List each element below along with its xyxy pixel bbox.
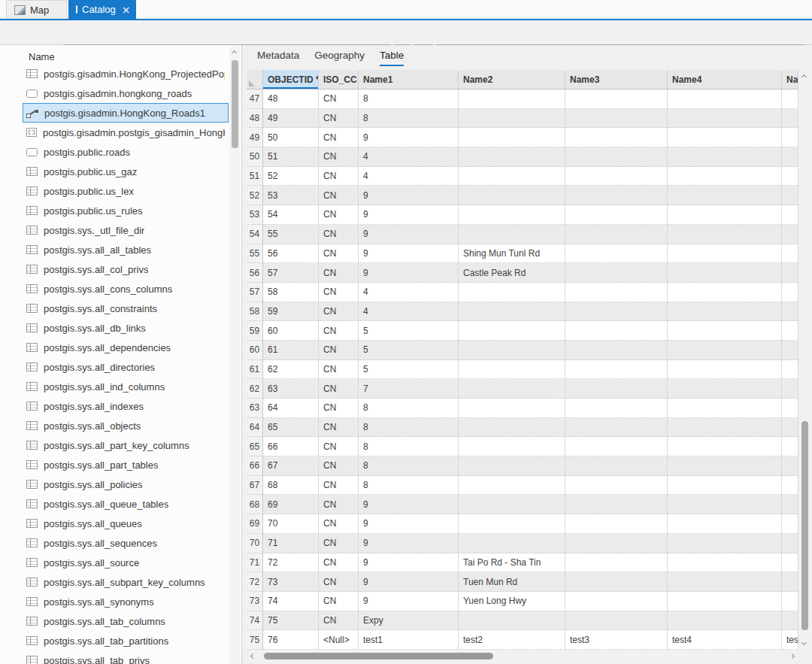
table-row[interactable]: 6465CN8	[247, 418, 798, 438]
table-cell[interactable]: 71	[263, 534, 319, 553]
table-cell[interactable]	[668, 128, 782, 147]
column-header[interactable]: Name5	[782, 70, 798, 89]
table-cell[interactable]	[782, 476, 798, 496]
table-cell[interactable]: CN	[319, 186, 359, 205]
table-cell[interactable]: 54	[263, 205, 319, 225]
table-cell[interactable]	[565, 205, 668, 225]
table-cell[interactable]	[782, 89, 798, 109]
row-number[interactable]: 49	[247, 128, 263, 147]
table-cell[interactable]: 62	[263, 360, 319, 380]
table-cell[interactable]	[668, 205, 782, 225]
row-number[interactable]: 61	[247, 360, 263, 380]
table-cell[interactable]	[565, 244, 668, 264]
row-number[interactable]: 70	[247, 534, 263, 553]
row-number[interactable]: 54	[247, 225, 263, 244]
table-cell[interactable]: test3	[565, 630, 668, 650]
list-item[interactable]: postgis.sys.all_subpart_key_columns	[23, 572, 229, 592]
table-cell[interactable]	[459, 147, 565, 167]
tab-map[interactable]: Map	[6, 0, 67, 19]
table-cell[interactable]	[782, 572, 798, 592]
table-cell[interactable]: 8	[359, 437, 459, 456]
table-row[interactable]: 7071CN9	[247, 534, 798, 553]
row-number[interactable]: 74	[247, 611, 263, 631]
list-item[interactable]: postgis.sys.all_policies	[23, 475, 229, 494]
table-row[interactable]: 7374CN9Yuen Long Hwy	[247, 592, 798, 611]
table-cell[interactable]	[668, 302, 782, 322]
table-row[interactable]: 5960CN5	[247, 321, 798, 341]
table-row[interactable]: 4849CN8	[247, 109, 798, 129]
table-cell[interactable]: CN	[319, 495, 359, 514]
table-cell[interactable]	[782, 263, 798, 283]
row-number[interactable]: 67	[247, 476, 263, 496]
table-row[interactable]: 4748CN8	[247, 89, 798, 109]
tab-geography[interactable]: Geography	[314, 50, 365, 66]
table-cell[interactable]: 52	[263, 167, 319, 186]
table-cell[interactable]	[565, 147, 668, 167]
table-cell[interactable]	[565, 592, 668, 611]
table-cell[interactable]	[668, 572, 782, 592]
table-cell[interactable]	[668, 244, 782, 264]
table-cell[interactable]: 68	[263, 476, 319, 496]
table-cell[interactable]: 8	[359, 109, 459, 129]
table-cell[interactable]: 9	[359, 534, 459, 553]
table-cell[interactable]	[782, 186, 798, 205]
table-cell[interactable]	[668, 437, 782, 456]
table-cell[interactable]	[782, 553, 798, 573]
table-cell[interactable]: CN	[319, 244, 359, 264]
table-cell[interactable]: 60	[263, 321, 319, 341]
table-row[interactable]: 5859CN4	[247, 302, 798, 322]
table-cell[interactable]	[459, 186, 565, 205]
table-cell[interactable]	[459, 167, 565, 186]
table-cell[interactable]: CN	[319, 534, 359, 553]
close-icon[interactable]: ×	[122, 5, 131, 15]
list-item[interactable]: postgis.sys.all_dependencies	[23, 338, 229, 357]
table-row[interactable]: 6364CN8	[247, 399, 798, 418]
table-cell[interactable]: 73	[263, 572, 319, 592]
table-row[interactable]: 5253CN9	[247, 186, 798, 205]
table-cell[interactable]: Castle Peak Rd	[459, 263, 565, 283]
table-cell[interactable]: CN	[319, 167, 359, 186]
table-cell[interactable]: Shing Mun Tunl Rd	[459, 244, 565, 264]
table-horizontal-scrollbar[interactable]	[247, 650, 798, 662]
table-cell[interactable]: 5	[359, 341, 459, 360]
table-cell[interactable]: CN	[319, 128, 359, 147]
scrollbar-thumb[interactable]	[801, 421, 808, 630]
table-cell[interactable]: 53	[263, 186, 319, 205]
scroll-left-icon[interactable]	[250, 653, 256, 659]
row-number[interactable]: 75	[247, 630, 263, 650]
list-item[interactable]: postgis.sys.all_all_tables	[23, 240, 229, 259]
table-row[interactable]: 5354CN9	[247, 205, 798, 225]
table-cell[interactable]	[782, 283, 798, 302]
table-cell[interactable]: 67	[263, 456, 319, 476]
table-row[interactable]: 7172CN9Tai Po Rd - Sha Tin	[247, 553, 798, 573]
table-cell[interactable]	[668, 225, 782, 244]
scrollbar-thumb[interactable]	[232, 60, 238, 148]
table-cell[interactable]: 9	[359, 263, 459, 283]
table-row[interactable]: 6061CN5	[247, 341, 798, 360]
table-cell[interactable]	[459, 399, 565, 418]
table-cell[interactable]: 9	[359, 225, 459, 244]
list-item[interactable]: postgis.sys.all_synonyms	[23, 592, 229, 611]
table-cell[interactable]	[782, 534, 798, 553]
table-cell[interactable]: 9	[359, 553, 459, 573]
table-row[interactable]: 6667CN8	[247, 456, 798, 476]
table-cell[interactable]	[782, 302, 798, 322]
table-cell[interactable]	[668, 399, 782, 418]
table-cell[interactable]: <Null>	[319, 630, 359, 650]
table-cell[interactable]: CN	[319, 89, 359, 109]
table-cell[interactable]	[565, 476, 668, 496]
table-cell[interactable]: CN	[319, 360, 359, 380]
row-number[interactable]: 68	[247, 495, 263, 514]
table-cell[interactable]	[782, 437, 798, 456]
table-cell[interactable]: 64	[263, 399, 319, 418]
name-column-header[interactable]: Name	[29, 51, 55, 62]
table-cell[interactable]: 9	[359, 205, 459, 225]
tab-metadata[interactable]: Metadata	[257, 50, 299, 66]
table-cell[interactable]	[565, 341, 668, 360]
table-cell[interactable]	[565, 437, 668, 456]
table-cell[interactable]: 4	[359, 167, 459, 186]
list-item[interactable]: postgis.sys.all_col_privs	[23, 259, 229, 279]
table-cell[interactable]: CN	[319, 341, 359, 360]
table-cell[interactable]: 75	[263, 611, 319, 631]
table-cell[interactable]: Tuen Mun Rd	[459, 572, 565, 592]
